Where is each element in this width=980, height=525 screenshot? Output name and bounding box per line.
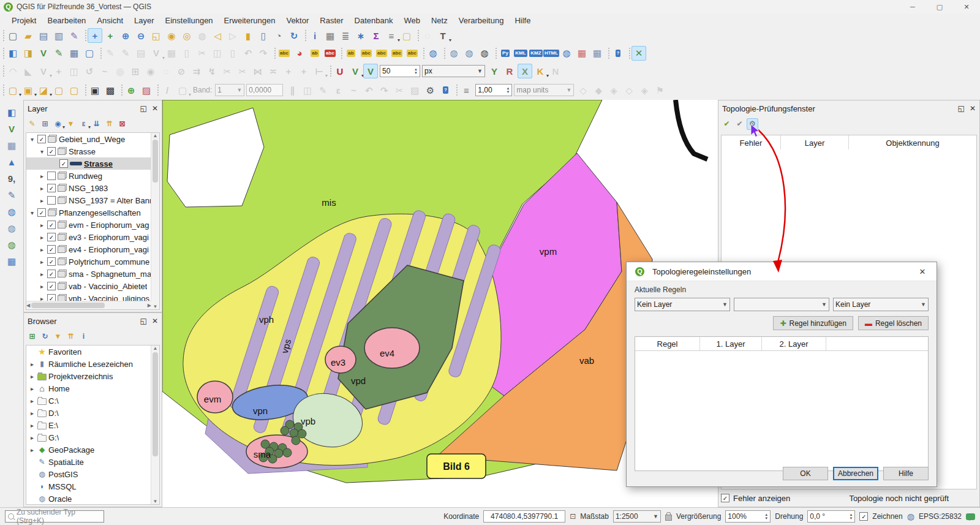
raster-cut-icon[interactable]: ✂ [392, 83, 407, 97]
expander-icon[interactable] [39, 271, 45, 278]
move-feature-icon[interactable]: + [51, 64, 66, 78]
add-part-icon[interactable]: ⊞ [128, 64, 143, 78]
toolbar-separator[interactable] [82, 84, 87, 96]
spin-arrows-icon[interactable]: ▲▼ [846, 513, 853, 520]
validate-all-icon[interactable]: ✔ [721, 118, 733, 130]
new-bookmark-icon[interactable]: ▮ [241, 28, 255, 43]
menu-item[interactable]: Datenbank [349, 15, 399, 26]
new-project-icon[interactable]: ▢ [6, 28, 20, 43]
highlight-pinned-labels-icon[interactable]: abc [323, 46, 337, 61]
add-delimited-text-icon[interactable]: 9, [4, 171, 19, 186]
metasearch-icon[interactable]: ◍ [447, 46, 461, 61]
shape-tool4-icon[interactable]: ◇ [622, 83, 636, 97]
column-header-1-layer[interactable]: 1. Layer [700, 337, 762, 350]
coordinate-input[interactable]: 474080.4,5397790.1 [483, 510, 565, 523]
browser-item[interactable]: Räumliche Lesezeichen [26, 358, 159, 370]
float-panel-icon[interactable]: ◱ [958, 104, 965, 113]
expander-icon[interactable] [39, 197, 45, 204]
layer-tree-hscrollbar[interactable]: ◀▶ [26, 301, 151, 309]
zoom-to-selection-icon[interactable]: ◉ [164, 28, 179, 43]
cancel-button[interactable]: Abbrechen [833, 467, 878, 480]
zoom-to-selection-green-icon[interactable]: ⊕ [124, 83, 138, 97]
select-features-grid-icon[interactable]: ▩ [103, 83, 118, 97]
layer-tree-item[interactable]: NSG_1983 [26, 182, 159, 194]
remove-layer-icon[interactable]: ⊠ [116, 118, 128, 130]
toolbar-separator[interactable] [118, 84, 123, 96]
zoom-next-icon[interactable]: ▷ [225, 28, 240, 43]
browser-item[interactable]: Favoriten [26, 346, 159, 358]
browser-item[interactable]: Oracle [26, 493, 159, 505]
toolbar-separator[interactable] [420, 47, 425, 59]
topological-editing-icon[interactable]: X [518, 64, 532, 78]
expander-icon[interactable] [29, 136, 36, 143]
expander-icon[interactable] [39, 234, 45, 241]
snap-on-vertex-icon[interactable]: V [363, 64, 378, 78]
pin-labels-icon[interactable]: ab [307, 46, 322, 61]
band-combo[interactable]: 1▼ [215, 84, 244, 96]
menu-item[interactable]: Einstellungen [160, 15, 219, 26]
shape-tool5-icon[interactable]: ◈ [637, 83, 652, 97]
raster-color-icon[interactable]: ▢ [175, 83, 190, 97]
expander-icon[interactable] [29, 210, 36, 216]
manage-map-themes-icon[interactable]: ◉ [52, 118, 64, 130]
move-label-icon[interactable]: abc [374, 46, 389, 61]
delete-rule-button[interactable]: ▬Regel löschen [858, 316, 929, 330]
zoom-out-icon[interactable]: ⊖ [134, 28, 148, 43]
grid-tools-icon[interactable]: ▦ [590, 46, 605, 61]
shape-tool2-icon[interactable]: ◆ [591, 83, 606, 97]
layer-checkbox[interactable] [37, 208, 46, 217]
layer2-combo[interactable]: Kein Layer▼ [833, 298, 929, 311]
filter-browser-icon[interactable]: ▼ [52, 331, 64, 342]
maximize-button[interactable]: ▢ [926, 0, 953, 13]
expander-icon[interactable] [39, 246, 45, 253]
merge-features-icon[interactable]: ⋈ [251, 64, 265, 78]
add-mesh-layer-icon[interactable]: ▲ [4, 154, 19, 169]
expand-all-icon[interactable]: ⇊ [91, 118, 102, 130]
edit-label-icon[interactable]: abc [405, 46, 420, 61]
new-geopackage-icon[interactable]: ◨ [21, 46, 36, 61]
expander-icon[interactable] [29, 410, 36, 417]
menu-item[interactable]: Projekt [6, 15, 42, 26]
shape-tool3-icon[interactable]: ◈ [606, 83, 621, 97]
raster-epsilon-icon[interactable]: ε [331, 83, 345, 97]
rotate-label-icon[interactable]: abc [390, 46, 404, 61]
zoom-last-icon[interactable]: ◁ [210, 28, 225, 43]
raster-value-input[interactable]: 0,0000 [246, 84, 283, 96]
map-snapshot-icon[interactable]: ▣ [88, 83, 102, 97]
zoom-to-layer-icon[interactable]: ◎ [179, 28, 194, 43]
deselect-all-icon[interactable]: ▢ [51, 83, 66, 97]
export-kmz-icon[interactable]: KMZ [529, 46, 543, 61]
configure-rules-icon[interactable]: ⚙ [747, 118, 758, 130]
snap-unit-combo[interactable]: px▼ [422, 65, 485, 77]
collapse-browser-icon[interactable]: ⇈ [65, 331, 77, 342]
enable-cad-icon[interactable]: ◠ [6, 64, 20, 78]
toolbar-separator[interactable] [492, 47, 497, 59]
toolbar-separator[interactable] [605, 47, 610, 59]
show-bookmarks-icon[interactable]: ▯ [256, 28, 271, 43]
expander-icon[interactable] [29, 385, 36, 392]
lock-scale-icon[interactable] [665, 515, 672, 521]
raster-redo-icon[interactable]: ↷ [377, 83, 391, 97]
toggle-editing-icon[interactable]: ✎ [118, 46, 133, 61]
topology-checker-icon[interactable]: ✕ [631, 46, 646, 61]
ok-button[interactable]: OK [783, 467, 828, 480]
layer-checkbox[interactable] [37, 135, 46, 143]
processing-toolbox-icon[interactable]: ∗ [353, 28, 368, 43]
browser-item[interactable]: MSSQL [26, 480, 159, 493]
raster-curve-icon[interactable]: ~ [346, 83, 361, 97]
add-rule-button[interactable]: ✚Regel hinzufügen [773, 316, 853, 330]
export-html-icon[interactable]: HTML [544, 46, 559, 61]
toolbar-separator[interactable] [97, 47, 102, 59]
toolbar-separator[interactable] [0, 29, 5, 42]
db-manager-icon[interactable]: ◍ [426, 46, 440, 61]
filter-legend-icon[interactable]: ▼ [65, 118, 77, 130]
layer-tree-item[interactable]: Gebiet_und_Wege [26, 133, 159, 145]
browser-item[interactable]: GeoPackage [26, 444, 159, 456]
add-selected-layers-icon[interactable]: ⊞ [26, 331, 38, 342]
line-width-icon[interactable]: ≡ [459, 83, 473, 97]
float-panel-icon[interactable]: ◱ [140, 317, 147, 325]
new-geojson-icon[interactable]: ✎ [51, 46, 66, 61]
layer1-combo[interactable]: Kein Layer▼ [635, 298, 730, 311]
layer-checkbox[interactable] [47, 184, 56, 192]
rotation-spinbox[interactable]: 0,0 °▲▼ [807, 510, 855, 523]
